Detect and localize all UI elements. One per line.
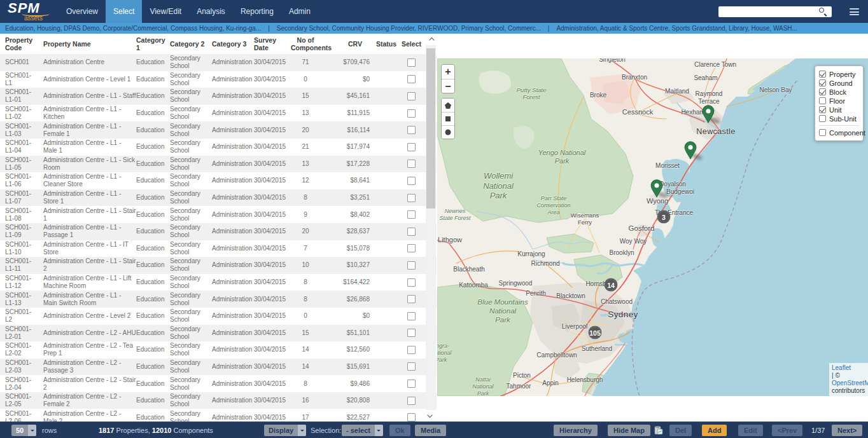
layer-toggle-block[interactable]: Block	[819, 88, 859, 96]
layer-checkbox[interactable]	[819, 71, 826, 78]
table-row[interactable]: SCH001-L1-07Administration Centre - L1 -…	[0, 189, 437, 207]
row-select-checkbox[interactable]	[407, 75, 416, 83]
media-button[interactable]: Media	[415, 425, 446, 436]
col-header-category-1[interactable]: Category 1	[136, 36, 170, 51]
add-button[interactable]: Add	[702, 425, 727, 436]
row-select-checkbox[interactable]	[407, 261, 416, 270]
row-select-checkbox[interactable]	[407, 177, 416, 185]
row-select-checkbox[interactable]	[407, 228, 416, 236]
layer-toggle-ground[interactable]: Ground	[819, 79, 859, 87]
marker-cluster[interactable]: 14	[605, 278, 618, 292]
table-row[interactable]: SCH001-L1-01Administration Centre - L1 -…	[0, 88, 437, 105]
table-row[interactable]: SCH001-L1-02Administration Centre - L1 -…	[0, 105, 437, 122]
prev-page-button[interactable]: <Prev	[772, 425, 802, 436]
table-row[interactable]: SCH001-L2-02Administration Centre - L2 -…	[0, 341, 437, 359]
layer-toggle-floor[interactable]: Floor	[819, 97, 859, 105]
search-icon[interactable]	[819, 8, 827, 16]
table-row[interactable]: SCH001-L1-12Administration Centre - L1 -…	[0, 274, 437, 291]
row-select-checkbox[interactable]	[407, 295, 416, 303]
table-row[interactable]: SCH001-L2-05Administration Centre - L2 -…	[0, 392, 437, 409]
table-row[interactable]: SCH001-L1-08Administration Centre - L1 -…	[0, 206, 437, 223]
nav-item-admin[interactable]: Admin	[281, 0, 318, 23]
nav-item-select[interactable]: Select	[106, 0, 142, 23]
layer-checkbox[interactable]	[819, 129, 826, 136]
table-row[interactable]: SCH001-L1-03Administration Centre - L1 -…	[0, 121, 437, 139]
table-scrollbar[interactable]	[426, 35, 436, 420]
row-select-checkbox[interactable]	[407, 312, 416, 320]
table-row[interactable]: SCH001-L1-10Administration Centre - L1 -…	[0, 240, 437, 257]
next-page-button[interactable]: Next>	[832, 425, 862, 436]
row-select-checkbox[interactable]	[407, 346, 416, 354]
col-header-property-name[interactable]: Property Name	[43, 40, 136, 48]
row-select-checkbox[interactable]	[407, 109, 416, 118]
col-header-no-of-components[interactable]: No of Components	[291, 36, 329, 51]
edit-button[interactable]: Edit	[738, 425, 763, 436]
row-select-checkbox[interactable]	[407, 194, 416, 202]
table-row[interactable]: SCH001-L1Administration Centre - Level 1…	[0, 71, 437, 88]
scrollbar-thumb[interactable]	[426, 48, 435, 209]
layer-checkbox[interactable]	[819, 88, 826, 95]
paste-icon[interactable]	[654, 425, 663, 436]
layer-toggle-component[interactable]: Component	[819, 128, 859, 137]
row-select-checkbox[interactable]	[407, 278, 416, 287]
hierarchy-button[interactable]: Hierarchy	[554, 425, 598, 436]
row-select-checkbox[interactable]	[407, 160, 416, 168]
table-row[interactable]: SCH001-L1-04Administration Centre - L1 -…	[0, 139, 437, 156]
hide-map-button[interactable]: Hide Map	[608, 425, 650, 436]
table-row[interactable]: SCH001-L1-05Administration Centre - L1 -…	[0, 156, 437, 173]
selection-dropdown[interactable]: - select	[342, 425, 383, 436]
draw-circle-button[interactable]	[442, 125, 454, 139]
row-select-checkbox[interactable]	[407, 143, 416, 151]
layer-checkbox[interactable]	[819, 79, 826, 86]
row-select-checkbox[interactable]	[407, 362, 416, 371]
col-header-category-3[interactable]: Category 3	[212, 40, 254, 48]
row-select-checkbox[interactable]	[407, 397, 416, 405]
row-select-checkbox[interactable]	[407, 329, 416, 337]
table-row[interactable]: SCH001-L2-06Administration Centre - L2 -…	[0, 409, 437, 421]
layer-checkbox[interactable]	[819, 97, 826, 104]
row-select-checkbox[interactable]	[407, 92, 416, 100]
table-row[interactable]: SCH001-L1-11Administration Centre - L1 -…	[0, 257, 437, 274]
table-row[interactable]: SCH001-L2-01Administration Centre - L2 -…	[0, 325, 437, 342]
marker-cluster[interactable]: 105	[589, 326, 602, 339]
layer-toggle-unit[interactable]: Unit	[819, 106, 859, 114]
nav-item-view-edit[interactable]: View/Edit	[142, 0, 189, 23]
table-row[interactable]: SCH001-L1-06Administration Centre - L1 -…	[0, 172, 437, 189]
col-header-category-2[interactable]: Category 2	[170, 40, 212, 48]
attribution-link[interactable]: Leaflet	[832, 364, 865, 372]
table-row[interactable]: SCH001-L1-09Administration Centre - L1 -…	[0, 223, 437, 240]
layer-toggle-sub-unit[interactable]: Sub-Unit	[819, 114, 859, 123]
col-header-select[interactable]: Select	[400, 40, 423, 48]
property-pin[interactable]	[650, 179, 664, 198]
row-select-checkbox[interactable]	[407, 380, 416, 388]
scroll-down-arrow[interactable]	[426, 410, 436, 420]
marker-cluster[interactable]: 3	[657, 210, 671, 224]
menu-icon[interactable]	[850, 8, 859, 15]
nav-item-analysis[interactable]: Analysis	[189, 0, 233, 23]
spm-assets-logo[interactable]: SPM assets	[0, 0, 59, 23]
row-select-checkbox[interactable]	[407, 413, 416, 421]
layer-checkbox[interactable]	[819, 106, 826, 113]
zoom-in-button[interactable]: +	[442, 65, 454, 79]
row-select-checkbox[interactable]	[407, 210, 416, 219]
nav-item-reporting[interactable]: Reporting	[233, 0, 281, 23]
layer-checkbox[interactable]	[819, 115, 826, 122]
ok-button[interactable]: Ok	[389, 425, 410, 436]
zoom-out-button[interactable]: −	[442, 79, 454, 93]
draw-polygon-button[interactable]	[442, 99, 454, 112]
delete-button[interactable]: Del	[669, 425, 692, 436]
map-panel[interactable]: SingletonClarence TownBranxtonSeahamMait…	[437, 58, 868, 396]
table-row[interactable]: SCH001-L1-13Administration Centre - L1 -…	[0, 291, 437, 308]
col-header-property-code[interactable]: Property Code	[5, 36, 43, 51]
nav-item-overview[interactable]: Overview	[59, 0, 106, 23]
attribution-link[interactable]: OpenStreetMap	[832, 380, 865, 387]
draw-rectangle-button[interactable]	[442, 112, 454, 125]
display-dropdown[interactable]: Display	[264, 425, 306, 436]
row-select-checkbox[interactable]	[407, 244, 416, 252]
layer-toggle-property[interactable]: Property	[819, 70, 859, 78]
rows-per-page-select[interactable]: 50	[11, 425, 36, 436]
col-header-status[interactable]: Status	[372, 40, 400, 48]
row-select-checkbox[interactable]	[407, 58, 416, 67]
table-row[interactable]: SCH001-L2-03Administration Centre - L2 -…	[0, 359, 437, 376]
table-row[interactable]: SCH001-L2-04Administration Centre - L2 -…	[0, 375, 437, 392]
